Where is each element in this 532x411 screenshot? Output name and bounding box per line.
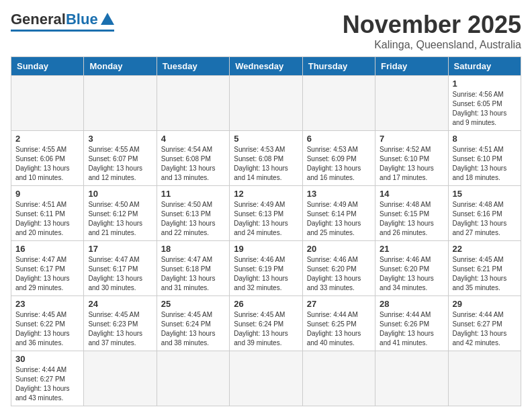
date-number: 15 bbox=[453, 189, 517, 199]
calendar-cell bbox=[11, 76, 84, 131]
calendar-week-row: 2Sunrise: 4:55 AM Sunset: 6:06 PM Daylig… bbox=[11, 131, 521, 186]
date-number: 8 bbox=[453, 134, 517, 144]
date-number: 29 bbox=[453, 299, 517, 309]
calendar-cell: 7Sunrise: 4:52 AM Sunset: 6:10 PM Daylig… bbox=[375, 131, 448, 186]
calendar-cell: 23Sunrise: 4:45 AM Sunset: 6:22 PM Dayli… bbox=[11, 296, 84, 351]
cell-sun-info: Sunrise: 4:48 AM Sunset: 6:15 PM Dayligh… bbox=[380, 200, 443, 238]
cell-sun-info: Sunrise: 4:55 AM Sunset: 6:07 PM Dayligh… bbox=[88, 145, 152, 183]
calendar-cell: 5Sunrise: 4:53 AM Sunset: 6:08 PM Daylig… bbox=[230, 131, 302, 186]
cell-sun-info: Sunrise: 4:46 AM Sunset: 6:19 PM Dayligh… bbox=[234, 255, 298, 293]
calendar-cell: 24Sunrise: 4:45 AM Sunset: 6:23 PM Dayli… bbox=[84, 296, 157, 351]
date-number: 4 bbox=[161, 134, 225, 144]
calendar-week-row: 1Sunrise: 4:56 AM Sunset: 6:05 PM Daylig… bbox=[11, 76, 521, 131]
day-header-friday: Friday bbox=[375, 57, 448, 76]
cell-sun-info: Sunrise: 4:45 AM Sunset: 6:24 PM Dayligh… bbox=[234, 310, 298, 348]
calendar-cell: 22Sunrise: 4:45 AM Sunset: 6:21 PM Dayli… bbox=[448, 241, 521, 296]
calendar-cell: 30Sunrise: 4:44 AM Sunset: 6:27 PM Dayli… bbox=[11, 351, 84, 406]
calendar-cell: 1Sunrise: 4:56 AM Sunset: 6:05 PM Daylig… bbox=[448, 76, 521, 131]
cell-sun-info: Sunrise: 4:44 AM Sunset: 6:25 PM Dayligh… bbox=[307, 310, 371, 348]
cell-sun-info: Sunrise: 4:46 AM Sunset: 6:20 PM Dayligh… bbox=[307, 255, 371, 293]
calendar-cell: 28Sunrise: 4:44 AM Sunset: 6:26 PM Dayli… bbox=[375, 296, 448, 351]
calendar-cell: 19Sunrise: 4:46 AM Sunset: 6:19 PM Dayli… bbox=[230, 241, 302, 296]
cell-sun-info: Sunrise: 4:50 AM Sunset: 6:13 PM Dayligh… bbox=[161, 200, 225, 238]
cell-sun-info: Sunrise: 4:44 AM Sunset: 6:26 PM Dayligh… bbox=[380, 310, 443, 348]
day-header-sunday: Sunday bbox=[11, 57, 84, 76]
calendar-header-row: SundayMondayTuesdayWednesdayThursdayFrid… bbox=[11, 57, 521, 76]
cell-sun-info: Sunrise: 4:49 AM Sunset: 6:13 PM Dayligh… bbox=[234, 200, 298, 238]
cell-sun-info: Sunrise: 4:53 AM Sunset: 6:08 PM Dayligh… bbox=[234, 145, 298, 183]
calendar-cell bbox=[157, 351, 229, 406]
cell-sun-info: Sunrise: 4:51 AM Sunset: 6:11 PM Dayligh… bbox=[15, 200, 79, 238]
calendar-cell: 2Sunrise: 4:55 AM Sunset: 6:06 PM Daylig… bbox=[11, 131, 84, 186]
calendar-cell: 6Sunrise: 4:53 AM Sunset: 6:09 PM Daylig… bbox=[302, 131, 375, 186]
month-title: November 2025 bbox=[343, 11, 521, 39]
day-header-thursday: Thursday bbox=[302, 57, 375, 76]
calendar-cell bbox=[375, 76, 448, 131]
cell-sun-info: Sunrise: 4:45 AM Sunset: 6:22 PM Dayligh… bbox=[15, 310, 79, 348]
cell-sun-info: Sunrise: 4:49 AM Sunset: 6:14 PM Dayligh… bbox=[307, 200, 371, 238]
calendar-week-row: 9Sunrise: 4:51 AM Sunset: 6:11 PM Daylig… bbox=[11, 186, 521, 241]
calendar-cell bbox=[375, 351, 448, 406]
calendar-cell: 14Sunrise: 4:48 AM Sunset: 6:15 PM Dayli… bbox=[375, 186, 448, 241]
calendar-cell: 17Sunrise: 4:47 AM Sunset: 6:17 PM Dayli… bbox=[84, 241, 157, 296]
title-section: November 2025 Kalinga, Queensland, Austr… bbox=[343, 11, 521, 51]
calendar-cell bbox=[84, 351, 157, 406]
logo: General Blue bbox=[11, 11, 114, 32]
calendar-table: SundayMondayTuesdayWednesdayThursdayFrid… bbox=[11, 56, 521, 406]
date-number: 18 bbox=[161, 244, 225, 254]
day-header-tuesday: Tuesday bbox=[157, 57, 229, 76]
calendar-cell: 8Sunrise: 4:51 AM Sunset: 6:10 PM Daylig… bbox=[448, 131, 521, 186]
cell-sun-info: Sunrise: 4:45 AM Sunset: 6:23 PM Dayligh… bbox=[88, 310, 152, 348]
date-number: 5 bbox=[234, 134, 298, 144]
cell-sun-info: Sunrise: 4:44 AM Sunset: 6:27 PM Dayligh… bbox=[15, 365, 79, 403]
calendar-cell bbox=[84, 76, 157, 131]
date-number: 16 bbox=[15, 244, 79, 254]
date-number: 2 bbox=[15, 134, 79, 144]
date-number: 20 bbox=[307, 244, 371, 254]
date-number: 9 bbox=[15, 189, 79, 199]
date-number: 6 bbox=[307, 134, 371, 144]
date-number: 24 bbox=[88, 299, 152, 309]
date-number: 7 bbox=[380, 134, 443, 144]
calendar-week-row: 16Sunrise: 4:47 AM Sunset: 6:17 PM Dayli… bbox=[11, 241, 521, 296]
calendar-cell: 13Sunrise: 4:49 AM Sunset: 6:14 PM Dayli… bbox=[302, 186, 375, 241]
date-number: 12 bbox=[234, 189, 298, 199]
cell-sun-info: Sunrise: 4:55 AM Sunset: 6:06 PM Dayligh… bbox=[15, 145, 79, 183]
date-number: 14 bbox=[380, 189, 443, 199]
logo-blue-text: Blue bbox=[66, 11, 98, 28]
location-title: Kalinga, Queensland, Australia bbox=[343, 39, 521, 51]
cell-sun-info: Sunrise: 4:47 AM Sunset: 6:18 PM Dayligh… bbox=[161, 255, 225, 293]
logo-triangle-icon bbox=[101, 13, 114, 25]
calendar-cell: 11Sunrise: 4:50 AM Sunset: 6:13 PM Dayli… bbox=[157, 186, 229, 241]
date-number: 26 bbox=[234, 299, 298, 309]
date-number: 28 bbox=[380, 299, 443, 309]
day-header-monday: Monday bbox=[84, 57, 157, 76]
calendar-cell: 18Sunrise: 4:47 AM Sunset: 6:18 PM Dayli… bbox=[157, 241, 229, 296]
calendar-cell bbox=[230, 76, 302, 131]
cell-sun-info: Sunrise: 4:45 AM Sunset: 6:21 PM Dayligh… bbox=[453, 255, 517, 293]
calendar-cell bbox=[448, 351, 521, 406]
calendar-cell: 26Sunrise: 4:45 AM Sunset: 6:24 PM Dayli… bbox=[230, 296, 302, 351]
date-number: 21 bbox=[380, 244, 443, 254]
cell-sun-info: Sunrise: 4:47 AM Sunset: 6:17 PM Dayligh… bbox=[15, 255, 79, 293]
date-number: 11 bbox=[161, 189, 225, 199]
calendar-cell bbox=[230, 351, 302, 406]
calendar-cell: 29Sunrise: 4:44 AM Sunset: 6:27 PM Dayli… bbox=[448, 296, 521, 351]
calendar-cell: 9Sunrise: 4:51 AM Sunset: 6:11 PM Daylig… bbox=[11, 186, 84, 241]
cell-sun-info: Sunrise: 4:45 AM Sunset: 6:24 PM Dayligh… bbox=[161, 310, 225, 348]
date-number: 17 bbox=[88, 244, 152, 254]
cell-sun-info: Sunrise: 4:48 AM Sunset: 6:16 PM Dayligh… bbox=[453, 200, 517, 238]
cell-sun-info: Sunrise: 4:53 AM Sunset: 6:09 PM Dayligh… bbox=[307, 145, 371, 183]
calendar-cell: 12Sunrise: 4:49 AM Sunset: 6:13 PM Dayli… bbox=[230, 186, 302, 241]
cell-sun-info: Sunrise: 4:51 AM Sunset: 6:10 PM Dayligh… bbox=[453, 145, 517, 183]
cell-sun-info: Sunrise: 4:44 AM Sunset: 6:27 PM Dayligh… bbox=[453, 310, 517, 348]
logo-underline bbox=[11, 30, 114, 32]
logo-general-text: General bbox=[11, 11, 66, 28]
date-number: 30 bbox=[15, 354, 79, 364]
page-header: General Blue November 2025 Kalinga, Quee… bbox=[11, 11, 521, 51]
calendar-cell: 10Sunrise: 4:50 AM Sunset: 6:12 PM Dayli… bbox=[84, 186, 157, 241]
calendar-cell bbox=[302, 76, 375, 131]
calendar-cell: 27Sunrise: 4:44 AM Sunset: 6:25 PM Dayli… bbox=[302, 296, 375, 351]
cell-sun-info: Sunrise: 4:47 AM Sunset: 6:17 PM Dayligh… bbox=[88, 255, 152, 293]
date-number: 1 bbox=[453, 79, 517, 89]
